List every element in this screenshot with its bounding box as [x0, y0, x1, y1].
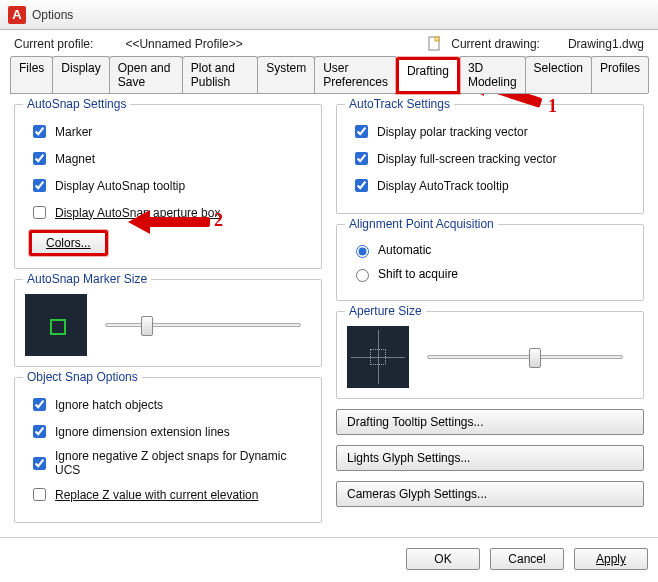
replace-z-checkbox[interactable]: Replace Z value with current elevation — [29, 485, 311, 504]
autotrack-tooltip-checkbox[interactable]: Display AutoTrack tooltip — [351, 176, 633, 195]
group-title: Object Snap Options — [23, 370, 142, 384]
tab-user-preferences[interactable]: User Preferences — [314, 56, 397, 93]
magnet-checkbox[interactable]: Magnet — [29, 149, 311, 168]
shift-acquire-radio[interactable]: Shift to acquire — [351, 266, 633, 282]
fullscreen-tracking-checkbox[interactable]: Display full-screen tracking vector — [351, 149, 633, 168]
automatic-radio[interactable]: Automatic — [351, 242, 633, 258]
aperture-preview — [347, 326, 409, 388]
dialog-footer: OK Cancel Apply — [0, 537, 658, 582]
autosnap-settings-group: AutoSnap Settings Marker Magnet Display … — [14, 104, 322, 269]
tab-3d-modeling[interactable]: 3D Modeling — [459, 56, 526, 93]
annotation-number-1: 1 — [548, 96, 557, 117]
autosnap-marker-size-group: AutoSnap Marker Size — [14, 279, 322, 367]
ok-button[interactable]: OK — [406, 548, 480, 570]
profile-row: Current profile: <<Unnamed Profile>> Cur… — [0, 30, 658, 56]
cameras-glyph-settings-button[interactable]: Cameras Glyph Settings... — [336, 481, 644, 507]
app-icon: A — [8, 6, 26, 24]
drafting-tooltip-settings-button[interactable]: Drafting Tooltip Settings... — [336, 409, 644, 435]
marker-checkbox[interactable]: Marker — [29, 122, 311, 141]
aperture-size-group: Aperture Size — [336, 311, 644, 399]
apply-button[interactable]: Apply — [574, 548, 648, 570]
current-profile-value: <<Unnamed Profile>> — [125, 37, 242, 51]
group-title: AutoSnap Settings — [23, 97, 130, 111]
polar-tracking-checkbox[interactable]: Display polar tracking vector — [351, 122, 633, 141]
slider-thumb[interactable] — [141, 316, 153, 336]
drawing-icon — [427, 36, 443, 52]
colors-button[interactable]: Colors... — [29, 230, 108, 256]
ignore-hatch-checkbox[interactable]: Ignore hatch objects — [29, 395, 311, 414]
current-profile-label: Current profile: — [14, 37, 93, 51]
aperture-size-slider[interactable] — [427, 355, 623, 359]
tab-open-and-save[interactable]: Open and Save — [109, 56, 183, 93]
autosnap-aperture-checkbox[interactable]: Display AutoSnap aperture box — [29, 203, 311, 222]
autotrack-settings-group: AutoTrack Settings Display polar trackin… — [336, 104, 644, 214]
object-snap-options-group: Object Snap Options Ignore hatch objects… — [14, 377, 322, 523]
current-drawing-label: Current drawing: — [451, 37, 540, 51]
window-title: Options — [32, 8, 73, 22]
annotation-number-2: 2 — [214, 210, 223, 231]
autosnap-tooltip-checkbox[interactable]: Display AutoSnap tooltip — [29, 176, 311, 195]
titlebar: A Options — [0, 0, 658, 30]
current-drawing-value: Drawing1.dwg — [568, 37, 644, 51]
tab-drafting[interactable]: Drafting — [396, 57, 460, 94]
alignment-point-group: Alignment Point Acquisition Automatic Sh… — [336, 224, 644, 301]
slider-thumb[interactable] — [529, 348, 541, 368]
group-title: Aperture Size — [345, 304, 426, 318]
group-title: Alignment Point Acquisition — [345, 217, 498, 231]
ignore-dim-checkbox[interactable]: Ignore dimension extension lines — [29, 422, 311, 441]
lights-glyph-settings-button[interactable]: Lights Glyph Settings... — [336, 445, 644, 471]
ignore-z-checkbox[interactable]: Ignore negative Z object snaps for Dynam… — [29, 449, 311, 477]
group-title: AutoTrack Settings — [345, 97, 454, 111]
marker-preview — [25, 294, 87, 356]
svg-rect-1 — [435, 37, 439, 41]
tab-plot-and-publish[interactable]: Plot and Publish — [182, 56, 258, 93]
cancel-button[interactable]: Cancel — [490, 548, 564, 570]
tab-files[interactable]: Files — [10, 56, 53, 93]
marker-size-slider[interactable] — [105, 323, 301, 327]
tab-strip: FilesDisplayOpen and SavePlot and Publis… — [10, 56, 648, 94]
group-title: AutoSnap Marker Size — [23, 272, 151, 286]
tab-display[interactable]: Display — [52, 56, 109, 93]
tab-selection[interactable]: Selection — [525, 56, 592, 93]
tab-system[interactable]: System — [257, 56, 315, 93]
tab-profiles[interactable]: Profiles — [591, 56, 649, 93]
